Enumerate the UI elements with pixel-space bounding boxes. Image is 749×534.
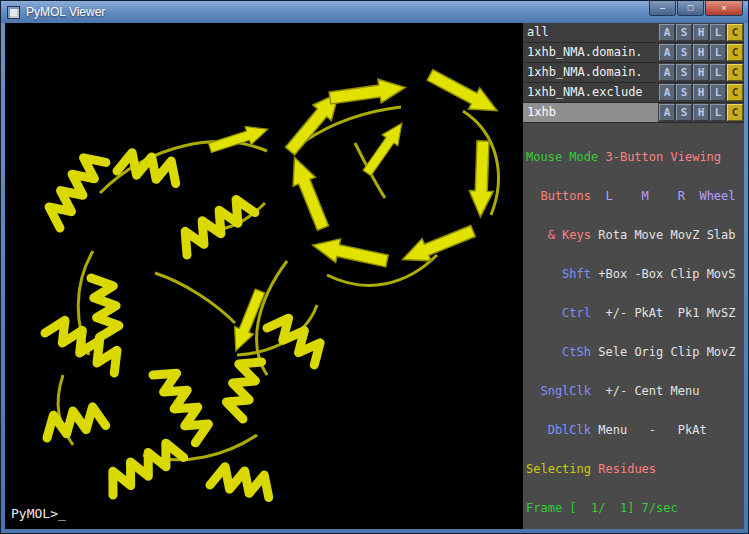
object-row-1xhb: 1xhb A S H L C bbox=[523, 103, 744, 123]
minimize-button[interactable]: – bbox=[649, 1, 676, 16]
pymol-window: PyMOL Viewer – □ × bbox=[0, 0, 749, 534]
ctsh-keys-line: CtSh Sele Orig Clip MovZ bbox=[526, 346, 742, 359]
label-menu-button[interactable]: L bbox=[710, 104, 726, 121]
show-menu-button[interactable]: S bbox=[676, 84, 692, 101]
mouse-mode-line[interactable]: Mouse Mode 3-Button Viewing bbox=[526, 151, 742, 164]
dblclk-line: DblClk Menu - PkAt bbox=[526, 424, 742, 437]
viewport-3d[interactable]: PyMOL>_ bbox=[5, 23, 523, 529]
object-row-exclude: 1xhb_NMA.exclude A S H L C bbox=[523, 83, 744, 103]
show-menu-button[interactable]: S bbox=[676, 44, 692, 61]
ctrl-keys-line: Ctrl +/- PkAt Pk1 MvSZ bbox=[526, 307, 742, 320]
action-menu-button[interactable]: A bbox=[659, 24, 675, 41]
action-menu-button[interactable]: A bbox=[659, 64, 675, 81]
hide-menu-button[interactable]: H bbox=[693, 64, 709, 81]
hide-menu-button[interactable]: H bbox=[693, 84, 709, 101]
show-menu-button[interactable]: S bbox=[676, 24, 692, 41]
pymol-app-icon[interactable] bbox=[7, 6, 20, 19]
object-buttons: A S H L C bbox=[658, 83, 744, 102]
mouse-panel: Mouse Mode 3-Button Viewing Buttons L M … bbox=[523, 123, 744, 534]
label-menu-button[interactable]: L bbox=[710, 84, 726, 101]
object-row-all: all A S H L C bbox=[523, 23, 744, 43]
frame-line[interactable]: Frame [ 1/ 1] 7/sec bbox=[526, 502, 742, 515]
titlebar[interactable]: PyMOL Viewer – □ × bbox=[1, 1, 748, 23]
hide-menu-button[interactable]: H bbox=[693, 44, 709, 61]
object-buttons: A S H L C bbox=[658, 23, 744, 42]
maximize-button[interactable]: □ bbox=[677, 1, 704, 16]
window-title: PyMOL Viewer bbox=[26, 5, 105, 19]
object-buttons: A S H L C bbox=[658, 103, 744, 122]
hide-menu-button[interactable]: H bbox=[693, 24, 709, 41]
color-menu-button[interactable]: C bbox=[727, 24, 743, 41]
object-name[interactable]: 1xhb_NMA.domain. bbox=[523, 63, 658, 82]
color-menu-button[interactable]: C bbox=[727, 104, 743, 121]
selecting-line[interactable]: Selecting Residues bbox=[526, 463, 742, 476]
window-controls: – □ × bbox=[649, 1, 743, 16]
keys-rota-line: & Keys Rota Move MovZ Slab bbox=[526, 229, 742, 242]
object-name[interactable]: 1xhb_NMA.exclude bbox=[523, 83, 658, 102]
protein-ribbon bbox=[5, 23, 523, 529]
window-content: PyMOL>_ all A S H L C 1xhb_NMA.domain. A bbox=[5, 23, 744, 529]
object-row-domain-2: 1xhb_NMA.domain. A S H L C bbox=[523, 63, 744, 83]
object-buttons: A S H L C bbox=[658, 43, 744, 62]
close-button[interactable]: × bbox=[705, 1, 743, 16]
snglclk-line: SnglClk +/- Cent Menu bbox=[526, 385, 742, 398]
label-menu-button[interactable]: L bbox=[710, 44, 726, 61]
buttons-header-line: Buttons L M R Wheel bbox=[526, 190, 742, 203]
action-menu-button[interactable]: A bbox=[659, 104, 675, 121]
show-menu-button[interactable]: S bbox=[676, 64, 692, 81]
label-menu-button[interactable]: L bbox=[710, 64, 726, 81]
action-menu-button[interactable]: A bbox=[659, 84, 675, 101]
object-name[interactable]: 1xhb_NMA.domain. bbox=[523, 43, 658, 62]
label-menu-button[interactable]: L bbox=[710, 24, 726, 41]
object-buttons: A S H L C bbox=[658, 63, 744, 82]
object-name[interactable]: all bbox=[523, 23, 658, 42]
shift-keys-line: Shft +Box -Box Clip MovS bbox=[526, 268, 742, 281]
object-row-domain-1: 1xhb_NMA.domain. A S H L C bbox=[523, 43, 744, 63]
object-name-selected[interactable]: 1xhb bbox=[523, 103, 658, 122]
sidebar: all A S H L C 1xhb_NMA.domain. A S H L C bbox=[523, 23, 744, 529]
show-menu-button[interactable]: S bbox=[676, 104, 692, 121]
command-prompt[interactable]: PyMOL>_ bbox=[11, 506, 66, 521]
color-menu-button[interactable]: C bbox=[727, 44, 743, 61]
hide-menu-button[interactable]: H bbox=[693, 104, 709, 121]
color-menu-button[interactable]: C bbox=[727, 84, 743, 101]
color-menu-button[interactable]: C bbox=[727, 64, 743, 81]
action-menu-button[interactable]: A bbox=[659, 44, 675, 61]
